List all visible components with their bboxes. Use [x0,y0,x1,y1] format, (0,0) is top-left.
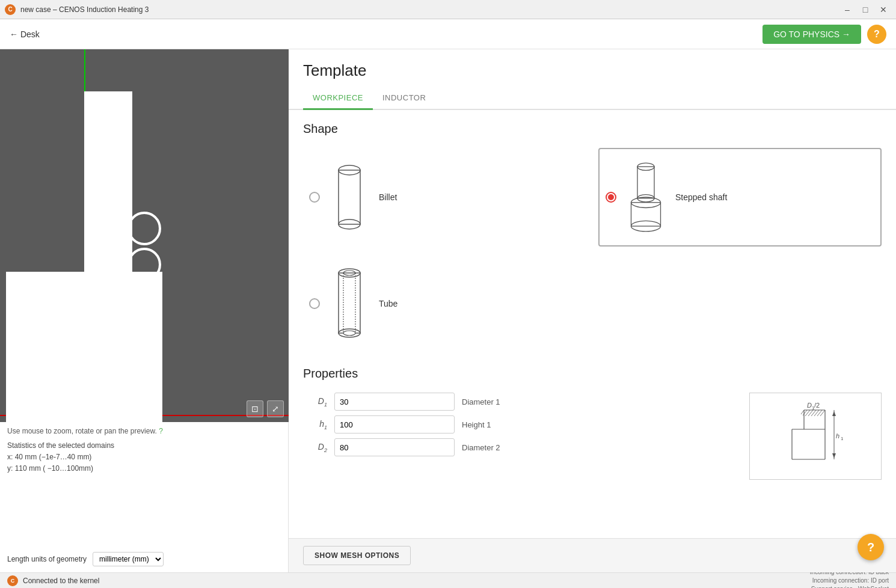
viewport-panel: ⊡ ⤢ Use mouse to zoom, rotate or pan the… [0,49,289,572]
svg-line-30 [811,410,816,416]
h1-label: h1 [303,419,327,430]
minimize-button[interactable]: – [839,3,855,16]
svg-text:/2: /2 [814,402,820,409]
svg-text:1: 1 [841,436,844,441]
tab-bar: WORKPIECE INDUCTOR [289,87,896,110]
shape-options-grid: Billet [303,148,882,349]
shape-section-title: Shape [303,122,882,136]
tube-radio[interactable] [309,298,320,309]
length-units-label: Length units of geometry [7,555,87,563]
viewport-canvas[interactable]: ⊡ ⤢ [0,49,289,422]
svg-text:D: D [807,402,812,409]
svg-marker-38 [832,453,836,458]
d2-name: Diameter 2 [462,443,737,452]
svg-rect-4 [637,167,654,198]
go-to-physics-button[interactable]: GO TO PHYSICS → [763,25,861,44]
length-units-row: Length units of geometry millimeter (mm)… [0,547,288,572]
h1-input[interactable] [334,415,455,433]
fit-view-button[interactable]: ⊡ [247,400,263,417]
statistics: Statistics of the selected domains x: 40… [7,440,281,475]
coil-3 [127,284,161,317]
viewport-hint: Use mouse to zoom, rotate or pan the pre… [7,427,281,435]
coil-5 [127,356,161,390]
billet-label: Billet [379,192,397,202]
coil-1 [127,212,161,245]
title-bar: C new case – CENOS Induction Heating 3 –… [0,0,896,19]
hint-help-icon[interactable]: ? [159,427,163,435]
expand-view-button[interactable]: ⤢ [267,400,284,417]
svg-line-33 [820,410,825,416]
billet-image [328,161,370,233]
properties-section: Properties D1 Diameter 1 h1 [303,367,882,480]
shape-option-billet[interactable]: Billet [303,148,586,247]
app-icon: C [5,4,16,15]
status-icon: C [7,575,18,586]
svg-marker-37 [832,411,836,416]
d1-label: D1 [303,396,327,408]
tab-workpiece[interactable]: WORKPIECE [303,87,373,110]
stepped-shaft-radio[interactable] [606,192,616,203]
length-units-select[interactable]: millimeter (mm) centimeter (cm) meter (m… [93,552,164,566]
template-title: Template [289,49,896,80]
d2-input[interactable] [334,438,455,456]
close-button[interactable]: ✕ [876,3,891,16]
floating-help-button[interactable]: ? [858,534,884,560]
svg-line-29 [808,410,813,416]
viewport-toolbar: ⊡ ⤢ [247,400,284,417]
stat-x: x: 40 mm (−1e-7…40 mm) [7,452,281,463]
tab-inductor[interactable]: INDUCTOR [373,87,435,110]
billet-radio[interactable] [309,192,320,203]
tube-label: Tube [379,299,397,308]
properties-section-title: Properties [303,367,882,381]
top-navigation: ← Desk GO TO PHYSICS → ? [0,19,896,49]
viewport-info: Use mouse to zoom, rotate or pan the pre… [0,422,288,547]
coil-2 [127,248,161,281]
svg-text:h: h [836,432,839,439]
d2-label: D2 [303,442,327,453]
dimension-diagram: D 1 /2 [749,393,882,480]
main-content: ⊡ ⤢ Use mouse to zoom, rotate or pan the… [0,49,896,572]
shape-option-tube[interactable]: Tube [303,259,586,349]
template-panel: Template WORKPIECE INDUCTOR Shape [289,49,896,572]
maximize-button[interactable]: □ [858,3,873,16]
shape-section: Shape Billet [303,122,882,349]
svg-line-28 [805,410,810,416]
bottom-bar: SHOW MESH OPTIONS [289,538,896,572]
h1-name: Height 1 [462,420,737,429]
status-text: Connected to the kernel [23,577,99,585]
status-bar: C Connected to the kernel Incoming conne… [0,572,896,588]
shape-top [84,91,132,284]
stepped-shaft-image [625,155,667,239]
svg-rect-11 [339,273,360,333]
back-button[interactable]: ← Desk [10,29,40,39]
coil-4 [127,320,161,354]
window-controls: – □ ✕ [839,3,891,16]
svg-line-26 [801,410,804,414]
help-button-top[interactable]: ? [867,25,886,44]
tube-image [328,265,370,343]
stats-title: Statistics of the selected domains [7,440,281,452]
svg-point-15 [343,331,355,335]
template-content[interactable]: Shape Billet [289,110,896,538]
show-mesh-button[interactable]: SHOW MESH OPTIONS [303,546,411,565]
window-title: new case – CENOS Induction Heating 3 [20,5,839,14]
d1-name: Diameter 1 [462,397,737,406]
svg-line-31 [814,410,819,416]
svg-line-32 [817,410,822,416]
stat-y: y: 110 mm ( −10…100mm) [7,463,281,474]
shape-option-stepped-shaft[interactable]: Stepped shaft [598,148,882,247]
stepped-shaft-label: Stepped shaft [675,192,727,202]
d1-input[interactable] [334,393,455,411]
svg-rect-1 [339,170,360,224]
